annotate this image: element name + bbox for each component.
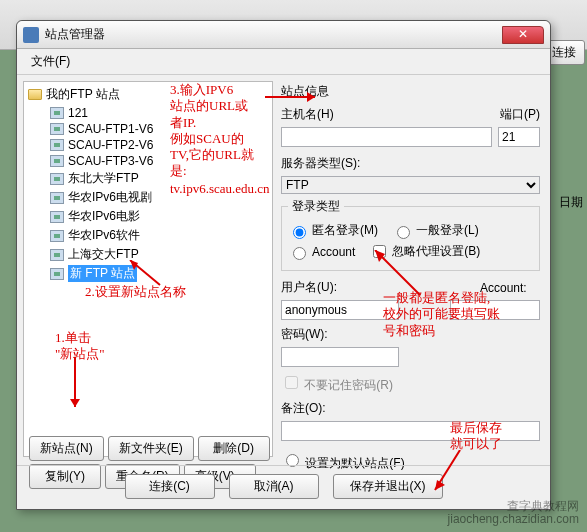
site-icon [50, 230, 64, 242]
tree-item[interactable]: SCAU-FTP1-V6 [50, 121, 268, 137]
delete-button[interactable]: 删除(D) [198, 436, 270, 461]
server-type-select[interactable]: FTP [281, 176, 540, 194]
tree-item-label: 华农IPv6电影 [68, 208, 140, 225]
new-site-button[interactable]: 新站点(N) [29, 436, 104, 461]
tree-item-label: 上海交大FTP [68, 246, 139, 263]
save-exit-button[interactable]: 保存并退出(X) [333, 474, 443, 499]
tree-item[interactable]: 华农IPv6软件 [50, 226, 268, 245]
tree-item[interactable]: 东北大学FTP [50, 169, 268, 188]
dialog-title: 站点管理器 [45, 26, 502, 43]
site-tree-panel: 我的FTP 站点 121SCAU-FTP1-V6SCAU-FTP2-V6SCAU… [23, 81, 273, 457]
tree-root[interactable]: 我的FTP 站点 [28, 86, 268, 103]
account-input[interactable] [450, 300, 540, 320]
pass-label: 密码(W): [281, 326, 540, 343]
site-icon [50, 268, 64, 280]
host-input[interactable] [281, 127, 492, 147]
tree-item[interactable]: SCAU-FTP2-V6 [50, 137, 268, 153]
radio-anonymous[interactable]: 匿名登录(M) [288, 222, 378, 239]
check-no-remember[interactable]: 不要记住密码(R) [281, 373, 540, 394]
site-icon [50, 155, 64, 167]
section-title: 站点信息 [281, 83, 540, 100]
folder-icon [28, 89, 42, 100]
radio-account[interactable]: Account [288, 242, 355, 261]
tree-item[interactable]: 新 FTP 站点 [50, 264, 268, 283]
site-icon [50, 173, 64, 185]
site-manager-dialog: 站点管理器 ✕ 文件(F) 我的FTP 站点 121SCAU-FTP1-V6SC… [16, 20, 551, 510]
tree-root-label: 我的FTP 站点 [46, 86, 120, 103]
menubar: 文件(F) [17, 49, 550, 75]
site-icon [50, 123, 64, 135]
host-label: 主机名(H) [281, 106, 333, 123]
port-label: 端口(P) [500, 106, 540, 123]
cancel-button[interactable]: 取消(A) [229, 474, 319, 499]
site-icon [50, 249, 64, 261]
tree-item[interactable]: 121 [50, 105, 268, 121]
memo-input[interactable] [281, 421, 540, 441]
watermark: 查字典教程网 jiaocheng.chazidian.com [448, 500, 579, 526]
tree-item-label: 华农IPv6电视剧 [68, 189, 152, 206]
site-info-panel: 站点信息 主机名(H) 端口(P) 服务器类型(S): FTP 登录类型 匿名登… [281, 81, 544, 457]
connect-button[interactable]: 连接(C) [125, 474, 215, 499]
check-ignore-proxy[interactable]: 忽略代理设置(B) [369, 242, 480, 261]
site-icon [50, 211, 64, 223]
titlebar: 站点管理器 ✕ [17, 21, 550, 49]
radio-normal[interactable]: 一般登录(L) [392, 222, 479, 239]
pass-input[interactable] [281, 347, 399, 367]
logon-type-legend: 登录类型 [288, 198, 344, 215]
tree-item[interactable]: SCAU-FTP3-V6 [50, 153, 268, 169]
menu-file[interactable]: 文件(F) [25, 51, 76, 72]
site-icon [50, 107, 64, 119]
tree-item-label: 华农IPv6软件 [68, 227, 140, 244]
tree-item[interactable]: 上海交大FTP [50, 245, 268, 264]
date-column-label: 日期 [559, 194, 583, 211]
site-icon [50, 192, 64, 204]
new-folder-button[interactable]: 新文件夹(E) [108, 436, 194, 461]
site-icon [50, 139, 64, 151]
memo-label: 备注(O): [281, 400, 540, 417]
tree-item-label: SCAU-FTP1-V6 [68, 122, 153, 136]
app-icon [23, 27, 39, 43]
user-label: 用户名(U): [281, 279, 349, 296]
logon-type-group: 登录类型 匿名登录(M) 一般登录(L) Account 忽略代理设置(B) [281, 198, 540, 271]
close-button[interactable]: ✕ [502, 26, 544, 44]
tree-item[interactable]: 华农IPv6电视剧 [50, 188, 268, 207]
tree-item[interactable]: 华农IPv6电影 [50, 207, 268, 226]
tree-item-label: 新 FTP 站点 [68, 265, 137, 282]
tree-item-label: SCAU-FTP2-V6 [68, 138, 153, 152]
tree-item-label: SCAU-FTP3-V6 [68, 154, 153, 168]
user-input[interactable] [281, 300, 399, 320]
server-type-label: 服务器类型(S): [281, 155, 540, 172]
port-input[interactable] [498, 127, 540, 147]
tree-item-label: 东北大学FTP [68, 170, 139, 187]
tree-item-label: 121 [68, 106, 88, 120]
account-label: Account: [480, 281, 540, 295]
